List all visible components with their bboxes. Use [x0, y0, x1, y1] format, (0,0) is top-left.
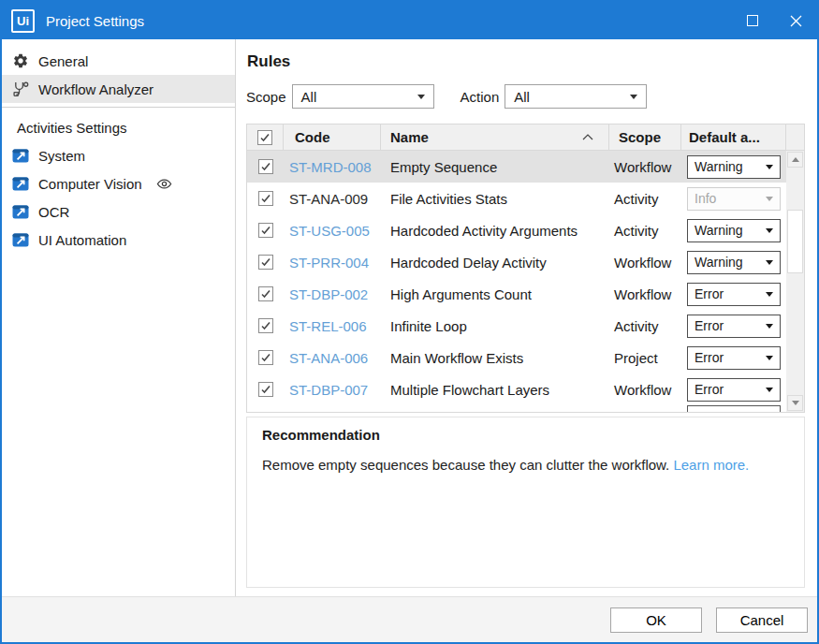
table-row[interactable]: ST-DBP-007 Multiple Flowchart Layers Wor…	[247, 373, 804, 405]
rules-table-header: Code Name Scope Default a...	[247, 124, 804, 151]
project-settings-window: Ui Project Settings General	[0, 0, 819, 644]
default-action-value: Error	[695, 350, 724, 365]
maximize-icon	[747, 15, 758, 26]
check-icon	[260, 352, 271, 363]
sidebar-item-label: Workflow Analyzer	[38, 81, 154, 97]
triangle-up-icon	[792, 157, 799, 162]
footer: OK Cancel	[2, 596, 817, 642]
check-icon	[259, 132, 271, 143]
table-row[interactable]: ST-MRD-008 Empty Sequence Workflow Warni…	[247, 151, 804, 183]
rule-enabled-checkbox[interactable]	[258, 223, 273, 238]
rule-action-cell: Error	[681, 283, 786, 306]
rule-enabled-checkbox[interactable]	[258, 318, 273, 333]
default-action-dropdown[interactable]: Error	[687, 346, 781, 370]
rule-code-link[interactable]: ST-MRD-008	[284, 159, 381, 175]
select-all-checkbox[interactable]	[257, 130, 272, 145]
chevron-down-icon	[766, 292, 773, 297]
rule-enabled-checkbox[interactable]	[258, 382, 273, 397]
table-row[interactable]: ST-ANA-006 Main Workflow Exists Project …	[247, 342, 804, 373]
sidebar-item-ocr[interactable]: OCR	[2, 198, 235, 226]
scrollbar-thumb[interactable]	[787, 210, 803, 273]
action-filter-value: All	[514, 89, 530, 105]
column-header-default-action[interactable]: Default a...	[681, 124, 786, 150]
rule-code-link[interactable]: ST-PRR-004	[284, 255, 381, 271]
rule-code-link[interactable]: ST-DBP-007	[284, 382, 381, 398]
rule-code-link[interactable]: ST-USG-005	[284, 223, 381, 239]
row-checkbox-cell	[247, 191, 284, 206]
default-action-dropdown[interactable]: Warning	[687, 155, 781, 179]
rule-enabled-checkbox[interactable]	[258, 255, 273, 270]
sidebar-separator	[2, 107, 235, 108]
filters-row: Scope All Action All	[246, 84, 806, 109]
chevron-down-icon	[766, 228, 773, 233]
default-action-dropdown[interactable]: Error	[687, 315, 781, 338]
sidebar-item-computer-vision[interactable]: Computer Vision	[2, 169, 235, 198]
eye-icon[interactable]	[156, 176, 172, 192]
rule-enabled-checkbox[interactable]	[258, 159, 273, 174]
window-title: Project Settings	[46, 13, 144, 29]
default-action-dropdown[interactable]: Warning	[687, 219, 781, 242]
default-action-value: Warning	[695, 159, 743, 174]
rule-scope: Activity	[609, 191, 681, 207]
rule-code-link[interactable]: ST-ANA-006	[284, 350, 381, 366]
sidebar-item-ui-automation[interactable]: UI Automation	[2, 226, 235, 254]
titlebar-buttons	[731, 2, 817, 39]
rule-enabled-checkbox[interactable]	[258, 350, 273, 365]
close-button[interactable]	[774, 2, 817, 39]
default-action-value: Error	[695, 286, 724, 301]
sidebar-item-system[interactable]: System	[2, 141, 235, 169]
column-header-name[interactable]: Name	[381, 124, 609, 150]
rules-table: Code Name Scope Default a...	[246, 124, 805, 413]
rule-scope: Workflow	[609, 159, 681, 175]
rule-action-cell: Info	[681, 187, 786, 211]
default-action-dropdown[interactable]: Warning	[687, 251, 781, 274]
vertical-scrollbar[interactable]	[786, 151, 804, 412]
ok-button[interactable]: OK	[610, 607, 702, 633]
rule-code-link[interactable]: ST-DBP-002	[284, 286, 381, 302]
table-row[interactable]: ST-USG-005 Hardcoded Activity Arguments …	[247, 214, 804, 246]
rule-scope: Project	[609, 350, 681, 366]
table-row[interactable]: ST-PRR-004 Hardcoded Delay Activity Work…	[247, 246, 804, 278]
row-checkbox-cell	[247, 223, 284, 238]
rule-enabled-checkbox[interactable]	[258, 191, 273, 206]
cancel-button[interactable]: Cancel	[716, 607, 808, 633]
maximize-button[interactable]	[731, 2, 774, 39]
action-filter-dropdown[interactable]: All	[505, 84, 647, 109]
table-row[interactable]: ST-REL-006 Infinite Loop Activity Error	[247, 310, 804, 342]
sidebar-item-general[interactable]: General	[2, 47, 235, 75]
package-icon	[11, 174, 30, 193]
default-action-dropdown[interactable]: Error	[687, 283, 781, 306]
table-row[interactable]: ST-ANA-009 File Activities Stats Activit…	[247, 183, 804, 214]
clipped-dropdown	[687, 405, 781, 412]
rule-scope: Activity	[609, 318, 681, 334]
chevron-down-icon	[766, 324, 773, 329]
rule-action-cell: Warning	[681, 251, 786, 274]
column-header-code[interactable]: Code	[284, 124, 381, 150]
chevron-down-icon	[630, 95, 637, 99]
rule-code-link[interactable]: ST-REL-006	[284, 318, 381, 334]
scroll-down-button[interactable]	[787, 395, 803, 411]
scope-filter-dropdown[interactable]: All	[292, 84, 434, 109]
rule-name: Main Workflow Exists	[381, 350, 609, 366]
rule-scope: Workflow	[609, 286, 681, 302]
sidebar-item-workflow-analyzer[interactable]: Workflow Analyzer	[2, 75, 235, 103]
learn-more-link[interactable]: Learn more.	[673, 457, 749, 473]
close-icon	[789, 14, 803, 28]
titlebar: Ui Project Settings	[2, 2, 817, 39]
rule-enabled-checkbox[interactable]	[258, 286, 273, 301]
scroll-up-button[interactable]	[787, 152, 803, 168]
clipped-row	[247, 405, 804, 412]
rule-action-cell: Error	[681, 378, 786, 402]
row-checkbox-cell	[247, 159, 284, 174]
rules-table-body: ST-MRD-008 Empty Sequence Workflow Warni…	[247, 151, 804, 405]
table-row[interactable]: ST-DBP-002 High Arguments Count Workflow…	[247, 278, 804, 310]
chevron-down-icon	[766, 197, 773, 201]
column-header-scope[interactable]: Scope	[609, 124, 681, 150]
row-checkbox-cell	[247, 286, 284, 301]
chevron-down-icon	[766, 356, 773, 360]
rule-scope: Workflow	[609, 255, 681, 271]
check-icon	[260, 193, 271, 204]
default-action-dropdown[interactable]: Error	[687, 378, 781, 402]
check-icon	[260, 256, 271, 268]
default-action-dropdown: Info	[687, 187, 781, 211]
